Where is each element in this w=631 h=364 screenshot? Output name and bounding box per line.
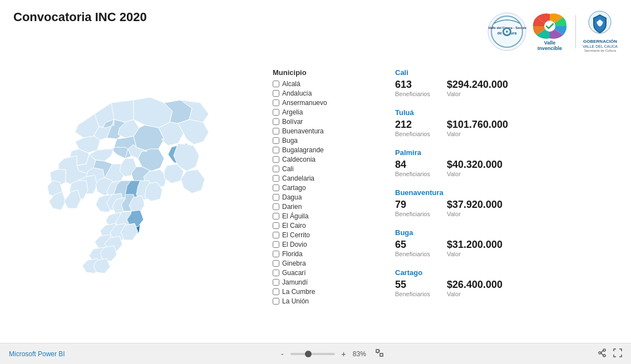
list-item[interactable]: Darien <box>273 203 384 211</box>
data-panel: Cali613Beneficiarios$294.240.000ValorTul… <box>390 68 620 335</box>
list-item[interactable]: Argelia <box>273 108 384 116</box>
list-item[interactable]: Bolívar <box>273 118 384 126</box>
city-name[interactable]: Buenaventura <box>395 188 614 197</box>
list-item[interactable]: Ansermanuevo <box>273 99 384 107</box>
svg-point-17 <box>599 352 601 354</box>
valor-label: Valor <box>447 291 502 297</box>
beneficiarios-label: Beneficiarios <box>395 171 430 177</box>
city-card: Tuluá212Beneficiarios$101.760.000Valor <box>395 108 614 137</box>
municipality-checkbox[interactable] <box>273 156 279 163</box>
municipality-checkbox[interactable] <box>273 90 279 97</box>
city-name[interactable]: Cartago <box>395 268 614 277</box>
svg-rect-11 <box>376 350 379 352</box>
list-item[interactable]: El Águila <box>273 212 384 220</box>
beneficiarios-label: Beneficiarios <box>395 291 430 297</box>
city-card: Cartago55Beneficiarios$26.400.000Valor <box>395 268 614 297</box>
beneficiarios-label: Beneficiarios <box>395 131 430 137</box>
list-item[interactable]: Florida <box>273 250 384 258</box>
municipality-checkbox[interactable] <box>273 99 279 106</box>
beneficiarios-label: Beneficiarios <box>395 91 430 97</box>
municipality-checkbox[interactable] <box>273 166 279 172</box>
municipality-checkbox[interactable] <box>273 288 279 295</box>
list-item[interactable]: Alcalá <box>273 80 384 88</box>
list-item[interactable]: Jamundí <box>273 278 384 286</box>
municipality-checkbox[interactable] <box>273 175 279 182</box>
municipality-checkbox[interactable] <box>273 222 279 229</box>
municipality-label: El Dovio <box>282 241 307 248</box>
beneficiarios-value: 212 <box>395 119 430 131</box>
municipality-checkbox[interactable] <box>273 81 279 87</box>
valor-column: $101.760.000Valor <box>447 119 508 137</box>
list-item[interactable]: La Unión <box>273 297 384 305</box>
list-item[interactable]: Dagua <box>273 193 384 201</box>
list-item[interactable]: El Dovio <box>273 241 384 248</box>
municipality-checkbox[interactable] <box>273 128 279 134</box>
city-stats: 65Beneficiarios$31.200.000Valor <box>395 239 614 257</box>
map-area <box>11 68 267 337</box>
city-name[interactable]: Cali <box>395 68 614 77</box>
gobernacion-icon <box>584 10 615 39</box>
municipality-checkbox[interactable] <box>273 298 279 305</box>
list-item[interactable]: Guacarí <box>273 269 384 277</box>
list-item[interactable]: Cartago <box>273 184 384 192</box>
municipality-label: Buga <box>282 137 298 144</box>
beneficiarios-column: 65Beneficiarios <box>395 239 430 257</box>
list-item[interactable]: El Cerrito <box>273 231 384 239</box>
municipality-checkbox[interactable] <box>273 137 279 144</box>
logo-valle-invencible: Valle Invencible <box>531 12 569 52</box>
valor-label: Valor <box>447 171 502 177</box>
valor-label: Valor <box>447 91 508 97</box>
city-card: Palmira84Beneficiarios$40.320.000Valor <box>395 148 614 177</box>
list-item[interactable]: Candelaria <box>273 174 384 182</box>
municipality-checkbox[interactable] <box>273 251 279 257</box>
svg-line-18 <box>601 351 603 353</box>
svg-point-16 <box>603 355 605 357</box>
municipality-checkbox[interactable] <box>273 232 279 238</box>
zoom-out-button[interactable]: - <box>279 350 286 358</box>
zoom-slider[interactable] <box>290 353 335 355</box>
city-stats: 84Beneficiarios$40.320.000Valor <box>395 159 614 177</box>
municipality-checkbox[interactable] <box>273 109 279 116</box>
municipality-checkbox[interactable] <box>273 118 279 125</box>
list-item[interactable]: El Cairo <box>273 222 384 230</box>
city-name[interactable]: Palmira <box>395 148 614 157</box>
city-name[interactable]: Buga <box>395 228 614 237</box>
valor-column: $26.400.000Valor <box>447 279 502 297</box>
filter-title: Municipio <box>273 68 384 77</box>
municipality-checkbox[interactable] <box>273 270 279 276</box>
list-item[interactable]: Bugalagrande <box>273 146 384 154</box>
municipality-checkbox[interactable] <box>273 279 279 286</box>
municipality-checkbox[interactable] <box>273 194 279 201</box>
municipality-checkbox[interactable] <box>273 241 279 248</box>
municipality-checkbox[interactable] <box>273 260 279 267</box>
municipality-label: Bolívar <box>282 118 303 126</box>
municipality-checkbox[interactable] <box>273 147 279 153</box>
city-card: Buenaventura79Beneficiarios$37.920.000Va… <box>395 188 614 217</box>
valor-value: $294.240.000 <box>447 79 508 91</box>
municipality-label: Ginebra <box>282 260 306 267</box>
fit-page-button[interactable] <box>375 348 384 359</box>
beneficiarios-label: Beneficiarios <box>395 251 430 257</box>
list-item[interactable]: Ginebra <box>273 260 384 267</box>
municipality-checkbox[interactable] <box>273 185 279 191</box>
municipality-checkbox[interactable] <box>273 213 279 220</box>
zoom-in-button[interactable]: + <box>339 350 348 358</box>
city-name[interactable]: Tuluá <box>395 108 614 117</box>
municipality-checkbox[interactable] <box>273 203 279 210</box>
share-button[interactable] <box>598 348 607 359</box>
beneficiarios-column: 55Beneficiarios <box>395 279 430 297</box>
share-icon <box>598 348 607 357</box>
bottom-bar: Microsoft Power BI - + 83% <box>0 343 631 364</box>
list-item[interactable]: Buga <box>273 137 384 144</box>
list-item[interactable]: Buenaventura <box>273 127 384 135</box>
fullscreen-button[interactable] <box>613 348 622 359</box>
powerbi-link[interactable]: Microsoft Power BI <box>9 350 65 358</box>
city-stats: 55Beneficiarios$26.400.000Valor <box>395 279 614 297</box>
list-item[interactable]: Caldeconia <box>273 156 384 163</box>
list-item[interactable]: Cali <box>273 165 384 173</box>
municipality-label: El Cairo <box>282 222 306 230</box>
svg-point-6 <box>506 31 508 33</box>
city-card: Buga65Beneficiarios$31.200.000Valor <box>395 228 614 257</box>
list-item[interactable]: Andalucía <box>273 89 384 97</box>
list-item[interactable]: La Cumbre <box>273 288 384 296</box>
